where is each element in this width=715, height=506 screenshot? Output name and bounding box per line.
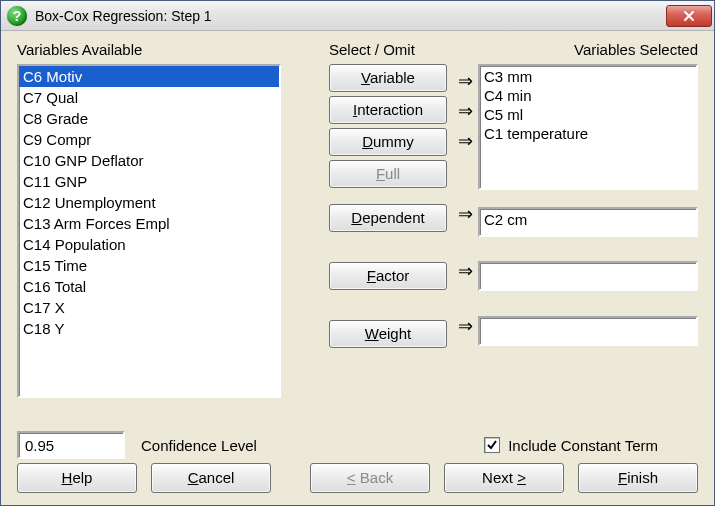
list-item[interactable]: C8 Grade bbox=[19, 108, 279, 129]
include-constant-wrap[interactable]: Include Constant Term bbox=[484, 437, 658, 454]
arrow-icon: ⇒ bbox=[458, 257, 478, 285]
list-item[interactable]: C1 temperature bbox=[484, 124, 692, 143]
action-button-column: Variable Interaction Dummy Full Dependen… bbox=[329, 64, 455, 348]
selected-column: Variables Selected C3 mmC4 minC5 mlC1 te… bbox=[478, 41, 698, 346]
confidence-label: Confidence Level bbox=[141, 437, 257, 454]
interaction-button[interactable]: Interaction bbox=[329, 96, 447, 124]
nav-button-row: Help Cancel < Back Next > Finish bbox=[17, 463, 698, 493]
available-column: Variables Available C6 MotivC7 QualC8 Gr… bbox=[17, 41, 281, 398]
list-item[interactable]: C12 Unemployment bbox=[19, 192, 279, 213]
list-item[interactable]: C15 Time bbox=[19, 255, 279, 276]
weight-button[interactable]: Weight bbox=[329, 320, 447, 348]
factor-box[interactable] bbox=[478, 261, 698, 291]
full-button: Full bbox=[329, 160, 447, 188]
next-button[interactable]: Next > bbox=[444, 463, 564, 493]
list-item[interactable]: C18 Y bbox=[19, 318, 279, 339]
list-item[interactable]: C11 GNP bbox=[19, 171, 279, 192]
finish-button[interactable]: Finish bbox=[578, 463, 698, 493]
help-icon: ? bbox=[7, 6, 27, 26]
dummy-button[interactable]: Dummy bbox=[329, 128, 447, 156]
arrow-icon: ⇒ bbox=[458, 200, 478, 228]
dependent-button[interactable]: Dependent bbox=[329, 204, 447, 232]
variable-button[interactable]: Variable bbox=[329, 64, 447, 92]
list-item[interactable]: C7 Qual bbox=[19, 87, 279, 108]
options-row: Confidence Level Include Constant Term bbox=[17, 431, 698, 459]
include-constant-label: Include Constant Term bbox=[508, 437, 658, 454]
window-title: Box-Cox Regression: Step 1 bbox=[35, 8, 666, 24]
list-item[interactable]: C10 GNP Deflator bbox=[19, 150, 279, 171]
list-item[interactable]: C4 min bbox=[484, 86, 692, 105]
dialog-content: Variables Available C6 MotivC7 QualC8 Gr… bbox=[1, 31, 714, 505]
select-omit-heading: Select / Omit bbox=[329, 41, 455, 58]
available-listbox[interactable]: C6 MotivC7 QualC8 GradeC9 ComprC10 GNP D… bbox=[17, 64, 281, 398]
list-item[interactable]: C14 Population bbox=[19, 234, 279, 255]
list-item[interactable]: C6 Motiv bbox=[19, 66, 279, 87]
list-item[interactable]: C9 Compr bbox=[19, 129, 279, 150]
arrow-icon: ⇒ bbox=[458, 312, 478, 340]
close-button[interactable] bbox=[666, 5, 712, 27]
arrow-column: ⇒ ⇒ ⇒ ⇒ ⇒ ⇒ bbox=[458, 67, 478, 342]
available-heading: Variables Available bbox=[17, 41, 281, 58]
arrow-icon: ⇒ bbox=[458, 127, 478, 155]
dependent-box[interactable]: C2 cm bbox=[478, 207, 698, 237]
list-item[interactable]: C16 Total bbox=[19, 276, 279, 297]
selected-heading: Variables Selected bbox=[478, 41, 698, 58]
confidence-input[interactable] bbox=[17, 431, 125, 459]
check-icon bbox=[486, 439, 498, 451]
arrow-icon: ⇒ bbox=[458, 97, 478, 125]
dialog-window: ? Box-Cox Regression: Step 1 Variables A… bbox=[0, 0, 715, 506]
select-omit-column: Select / Omit Variable Interaction Dummy… bbox=[329, 41, 455, 352]
include-constant-checkbox[interactable] bbox=[484, 437, 500, 453]
list-item[interactable]: C5 ml bbox=[484, 105, 692, 124]
help-button[interactable]: Help bbox=[17, 463, 137, 493]
cancel-button[interactable]: Cancel bbox=[151, 463, 271, 493]
list-item[interactable]: C17 X bbox=[19, 297, 279, 318]
back-button: < Back bbox=[310, 463, 430, 493]
weight-box[interactable] bbox=[478, 316, 698, 346]
factor-button[interactable]: Factor bbox=[329, 262, 447, 290]
list-item[interactable]: C13 Arm Forces Empl bbox=[19, 213, 279, 234]
selected-variables-box[interactable]: C3 mmC4 minC5 mlC1 temperature bbox=[478, 64, 698, 190]
list-item[interactable]: C3 mm bbox=[484, 67, 692, 86]
title-bar: ? Box-Cox Regression: Step 1 bbox=[1, 1, 714, 31]
arrow-icon: ⇒ bbox=[458, 67, 478, 95]
close-icon bbox=[683, 10, 695, 22]
